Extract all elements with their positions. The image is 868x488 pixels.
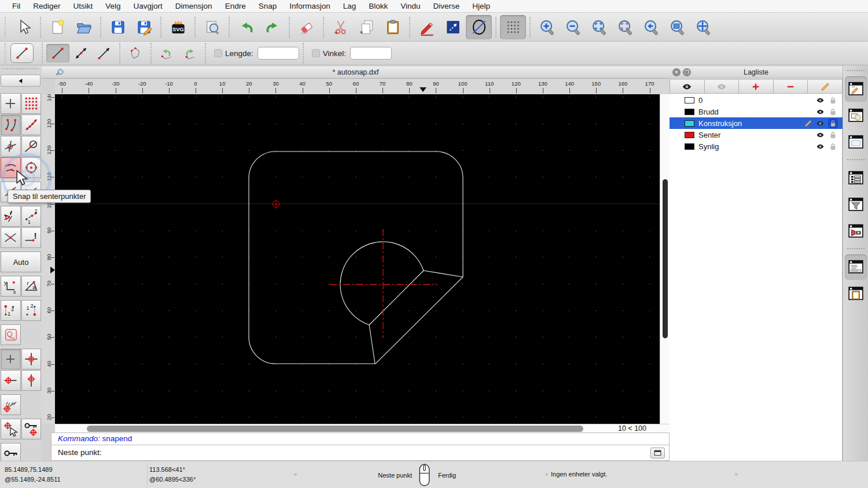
zoom-previous-button[interactable] — [612, 15, 638, 39]
menu-rediger[interactable]: Rediger — [27, 0, 67, 13]
undo-button[interactable] — [233, 15, 259, 39]
relative-point-first-button[interactable]: 12 — [1, 300, 21, 321]
snap-endpoints-button[interactable] — [1, 114, 21, 135]
layer-lock-icon[interactable] — [828, 107, 838, 117]
menu-utsikt[interactable]: Utsikt — [67, 0, 100, 13]
open-document-button[interactable] — [71, 15, 97, 39]
length-lock-toggle[interactable] — [214, 49, 222, 57]
line-arrow-button[interactable] — [93, 44, 116, 62]
menu-diverse[interactable]: Diverse — [427, 0, 466, 13]
select-window-button[interactable] — [440, 15, 466, 39]
line-two-points-button[interactable] — [46, 44, 69, 62]
command-options-button[interactable] — [650, 448, 665, 459]
menu-hjelp[interactable]: Hjelp — [466, 0, 496, 13]
snap-auto-button[interactable]: Auto — [1, 252, 41, 272]
close-panel-icon[interactable]: ✕ — [672, 68, 681, 76]
layer-row-senter[interactable]: Senter — [670, 129, 843, 141]
zoom-auto-button[interactable] — [586, 15, 612, 39]
restrict-angle-button[interactable] — [1, 394, 21, 415]
undo-segment-button[interactable] — [155, 44, 178, 62]
layer-visibility-icon[interactable] — [816, 142, 825, 151]
layer-visibility-icon[interactable] — [816, 108, 825, 116]
horizontal-scrollbar[interactable]: 10 < 100 — [55, 424, 670, 432]
angle-lock-toggle[interactable] — [312, 49, 320, 57]
menu-uavgjort[interactable]: Uavgjort — [127, 0, 169, 13]
layer-lock-icon[interactable] — [828, 119, 838, 128]
snap-intersection-button[interactable] — [1, 227, 21, 248]
snap-distance-button[interactable]: 12 — [21, 206, 42, 227]
snap-middle-button[interactable] — [21, 157, 42, 178]
float-panel-icon[interactable]: ❐ — [683, 68, 691, 76]
snap-angle-button[interactable] — [1, 206, 21, 227]
paste-button[interactable] — [380, 15, 406, 39]
cut-button[interactable] — [328, 15, 354, 39]
layer-row-brudd[interactable]: Brudd — [670, 106, 843, 117]
dock-library-browser-button[interactable] — [845, 130, 867, 155]
toolbar-drag-handle[interactable] — [5, 17, 6, 38]
menu-snap[interactable]: Snap — [252, 0, 284, 13]
restrict-nothing-button[interactable] — [1, 349, 21, 369]
menu-dimensjon[interactable]: Dimensjon — [169, 0, 219, 13]
layer-visibility-icon[interactable] — [816, 131, 825, 139]
draw-order-button[interactable] — [1, 324, 21, 345]
vertical-scrollbar-thumb[interactable] — [663, 179, 668, 338]
redo-segment-button[interactable] — [178, 44, 201, 62]
drawing-window-titlebar[interactable]: * autosnap.dxf — [42, 66, 670, 79]
snap-toolbar-collapse-button[interactable] — [1, 75, 41, 87]
command-input[interactable]: Neste punkt: — [51, 445, 670, 461]
restrict-vertical-button[interactable] — [21, 370, 42, 391]
print-preview-button[interactable] — [199, 15, 225, 39]
restrict-horizontal-button[interactable] — [1, 370, 21, 391]
layer-row-synlig[interactable]: Synlig — [670, 141, 843, 152]
pen-attributes-button[interactable] — [414, 15, 440, 39]
snap-intersection-manual-button[interactable]: ! — [21, 227, 42, 248]
polyline-close-button[interactable] — [124, 44, 147, 62]
dock-filter-button[interactable] — [845, 192, 867, 217]
save-document-button[interactable] — [105, 15, 131, 39]
snap-free-button[interactable] — [1, 93, 21, 114]
drawing-canvas[interactable] — [55, 94, 660, 424]
angle-input[interactable] — [350, 47, 392, 60]
layer-row-0[interactable]: 0 — [670, 94, 843, 106]
line-both-arrows-button[interactable] — [69, 44, 93, 62]
draft-mode-button[interactable] — [466, 15, 492, 39]
menu-informasjon[interactable]: Informasjon — [283, 0, 337, 13]
redo-button[interactable] — [259, 15, 285, 39]
delete-selected-button[interactable] — [293, 15, 319, 39]
export-svg-button[interactable]: SVG — [165, 15, 191, 39]
edit-layer-button[interactable] — [808, 79, 843, 94]
lock-relative-zero-button[interactable] — [21, 419, 42, 439]
layer-visibility-icon[interactable] — [816, 119, 825, 128]
restrict-orthogonal-button[interactable] — [21, 349, 42, 369]
set-relative-zero-button[interactable] — [1, 419, 21, 439]
menu-lag[interactable]: Lag — [337, 0, 363, 13]
zoom-pan-button[interactable] — [690, 15, 716, 39]
length-input[interactable] — [258, 47, 299, 60]
add-layer-button[interactable] — [739, 79, 774, 94]
line-current-tool-button[interactable] — [10, 43, 34, 63]
zoom-window-button[interactable] — [664, 15, 690, 39]
layer-row-konstruksjon[interactable]: Konstruksjon — [670, 117, 843, 129]
relative-point-second-button[interactable]: 12 — [21, 300, 42, 321]
dock-entity-list-button[interactable] — [845, 165, 867, 191]
toolbar-drag-handle[interactable] — [5, 43, 6, 64]
snap-perpendicular-button[interactable] — [1, 136, 21, 157]
horizontal-scrollbar-thumb[interactable] — [87, 426, 583, 432]
dock-clipboard-button[interactable] — [845, 281, 867, 306]
dock-layer-list-button[interactable] — [845, 76, 867, 102]
menu-vindu[interactable]: Vindu — [394, 0, 426, 13]
menu-velg[interactable]: Velg — [99, 0, 127, 13]
toolbar-drag-handle[interactable] — [2, 68, 38, 71]
snap-tangent-button[interactable] — [21, 136, 42, 157]
layer-lock-icon[interactable] — [828, 130, 838, 140]
select-pointer-button[interactable] — [10, 15, 36, 39]
zoom-in-button[interactable] — [534, 15, 560, 39]
grid-toggle-button[interactable] — [500, 15, 526, 39]
zoom-out-button[interactable] — [560, 15, 586, 39]
menu-blokk[interactable]: Blokk — [362, 0, 394, 13]
zoom-redraw-button[interactable] — [638, 15, 664, 39]
vertical-scrollbar[interactable] — [660, 94, 670, 424]
save-document-as-button[interactable] — [131, 15, 157, 39]
snap-center-button[interactable] — [1, 157, 21, 178]
dock-block-list-button[interactable] — [845, 103, 867, 128]
